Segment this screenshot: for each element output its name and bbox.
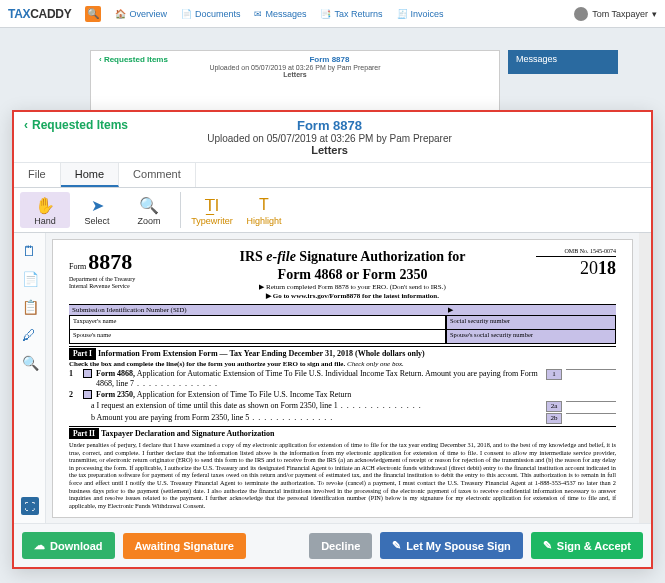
nav-documents[interactable]: 📄 Documents — [181, 9, 241, 19]
sign-accept-button[interactable]: ✎ Sign & Accept — [531, 532, 643, 559]
fullscreen-icon[interactable]: ⛶ — [21, 497, 39, 515]
sticky-note-icon[interactable]: 🗒 — [22, 243, 38, 259]
let-spouse-sign-button[interactable]: ✎ Let My Spouse Sign — [380, 532, 523, 559]
nav-invoices[interactable]: 🧾 Invoices — [397, 9, 444, 19]
pen-icon: ✎ — [392, 539, 401, 552]
user-menu[interactable]: Tom Taxpayer ▾ — [574, 7, 657, 21]
doc-taxpayer-ssn: Social security number — [446, 316, 616, 330]
doc-year-a: 20 — [580, 258, 598, 278]
awaiting-label: Awaiting Signature — [135, 540, 234, 552]
nav-messages[interactable]: ✉ Messages — [254, 9, 306, 19]
modal-subtitle: Uploaded on 05/07/2019 at 03:26 PM by Pa… — [128, 133, 531, 144]
viewer-toolbar: ✋ Hand ➤ Select 🔍 Zoom T̲I Typewriter T … — [14, 188, 651, 233]
doc-sub1: ▶ Return completed Form 8878 to your ERO… — [179, 283, 526, 292]
vertical-scrollbar[interactable] — [639, 233, 651, 523]
decline-button[interactable]: Decline — [309, 533, 372, 559]
doc-dept2: Internal Revenue Service — [69, 283, 169, 291]
doc-checkline: Check the box and complete the line(s) f… — [69, 360, 616, 369]
back-requested-items[interactable]: ‹ Requested Items — [24, 118, 128, 132]
cursor-icon: ➤ — [91, 194, 104, 216]
search-icon[interactable]: 🔍 — [85, 6, 101, 22]
tool-typewriter-label: Typewriter — [191, 216, 233, 226]
doc-line2a-cell: 2a — [546, 401, 562, 412]
tab-comment[interactable]: Comment — [119, 163, 196, 187]
action-bar: ☁ Download Awaiting Signature Decline ✎ … — [14, 523, 651, 567]
doc-line2b-cell: 2b — [546, 413, 562, 424]
tool-select[interactable]: ➤ Select — [72, 192, 122, 228]
clipboard-icon[interactable]: 📋 — [22, 299, 38, 315]
viewer-tabs: File Home Comment — [14, 163, 651, 188]
modal-header: ‹ Requested Items Form 8878 Uploaded on … — [14, 112, 651, 163]
brand-logo: TAXCADDY — [8, 7, 71, 21]
doc-line2-num: 2 — [69, 390, 79, 400]
viewer-sidebar: 🗒 📄 📋 🖊 🔍 ⛶ — [14, 233, 46, 523]
nav-tax-returns[interactable]: 📑 Tax Returns — [320, 9, 382, 19]
brand-b: CADDY — [30, 7, 71, 21]
doc-part2: Part II — [69, 428, 99, 439]
doc-title2: Form 4868 or Form 2350 — [179, 266, 526, 284]
search-side-icon[interactable]: 🔍 — [22, 355, 38, 371]
nav-overview-label: Overview — [129, 9, 167, 19]
tool-hand[interactable]: ✋ Hand — [20, 192, 70, 228]
doc-spouse-ssn: Spouse's social security number — [446, 330, 616, 344]
bg-sub: Uploaded on 05/07/2019 at 03:26 PM by Pa… — [99, 64, 491, 71]
nav-documents-label: Documents — [195, 9, 241, 19]
tool-typewriter[interactable]: T̲I Typewriter — [187, 192, 237, 228]
spouse-label: Let My Spouse Sign — [406, 540, 511, 552]
zoom-icon: 🔍 — [139, 194, 159, 216]
doc-omb: OMB No. 1545-0074 — [536, 248, 616, 257]
typewriter-icon: T̲I — [205, 194, 219, 216]
tool-zoom[interactable]: 🔍 Zoom — [124, 192, 174, 228]
chevron-left-icon: ‹ — [24, 118, 28, 132]
checkbox-4868[interactable] — [83, 369, 92, 378]
pen-icon: ✎ — [543, 539, 552, 552]
doc-year-b: 18 — [598, 258, 616, 278]
top-nav: TAXCADDY 🔍 🏠 Overview 📄 Documents ✉ Mess… — [0, 0, 665, 28]
doc-spouse-name: Spouse's name — [69, 330, 446, 344]
checkbox-2350[interactable] — [83, 390, 92, 399]
doc-part2-title: Taxpayer Declaration and Signature Autho… — [101, 429, 275, 438]
download-button[interactable]: ☁ Download — [22, 532, 115, 559]
doc-part1: Part I — [69, 348, 96, 359]
nav-messages-label: Messages — [265, 9, 306, 19]
brand-a: TAX — [8, 7, 30, 21]
doc-declaration-text: Under penalties of perjury, I declare th… — [69, 441, 616, 509]
sign-label: Sign & Accept — [557, 540, 631, 552]
avatar — [574, 7, 588, 21]
back-label: Requested Items — [32, 118, 128, 132]
nav-overview[interactable]: 🏠 Overview — [115, 9, 167, 19]
document-page: Form 8878 Department of the Treasury Int… — [52, 239, 633, 518]
stamp-icon[interactable]: 🖊 — [22, 327, 38, 343]
tool-highlight[interactable]: T Highlight — [239, 192, 289, 228]
doc-line1-num: 1 — [69, 369, 79, 379]
doc-dept1: Department of the Treasury — [69, 276, 169, 284]
tool-hand-label: Hand — [34, 216, 56, 226]
doc-form-number: 8878 — [88, 249, 132, 274]
nav-invoices-label: Invoices — [411, 9, 444, 19]
doc-taxpayer-name: Taxpayer's name — [69, 316, 446, 330]
doc-sid-row: Submission Identification Number (SID) ▶ — [69, 305, 616, 317]
tool-zoom-label: Zoom — [137, 216, 160, 226]
viewer-body: 🗒 📄 📋 🖊 🔍 ⛶ Form 8878 Department of the … — [14, 233, 651, 523]
doc-line2-text: Form 2350, Application for Extension of … — [96, 390, 616, 400]
doc-form-word: Form — [69, 262, 86, 271]
doc-line1-cell: 1 — [546, 369, 562, 380]
cloud-download-icon: ☁ — [34, 539, 45, 552]
document-modal: ‹ Requested Items Form 8878 Uploaded on … — [12, 110, 653, 569]
download-label: Download — [50, 540, 103, 552]
doc-line1-text: Form 4868, Application for Automatic Ext… — [96, 369, 538, 389]
doc-sub2: ▶ Go to www.irs.gov/Form8878 for the lat… — [179, 292, 526, 301]
bg-letters: Letters — [99, 71, 491, 78]
tab-file[interactable]: File — [14, 163, 61, 187]
tab-home[interactable]: Home — [61, 163, 119, 187]
doc-sid-label: Submission Identification Number (SID) — [72, 306, 187, 315]
tool-select-label: Select — [84, 216, 109, 226]
page-icon[interactable]: 📄 — [22, 271, 38, 287]
awaiting-signature-badge: Awaiting Signature — [123, 533, 246, 559]
document-pane[interactable]: Form 8878 Department of the Treasury Int… — [46, 233, 639, 523]
bg-title: Form 8878 — [168, 55, 491, 64]
doc-line2a-text: a I request an extension of time until t… — [91, 401, 538, 411]
modal-title: Form 8878 — [128, 118, 531, 133]
user-name: Tom Taxpayer — [592, 9, 648, 19]
nav-tax-returns-label: Tax Returns — [334, 9, 382, 19]
